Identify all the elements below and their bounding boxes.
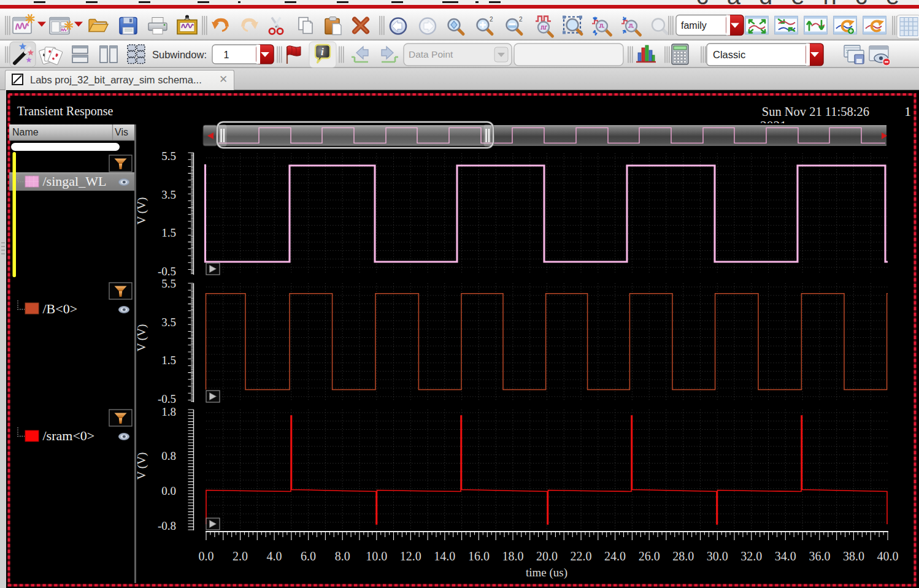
svg-text:36.0: 36.0: [809, 549, 830, 563]
svg-text:10.0: 10.0: [366, 549, 387, 563]
svg-text:i: i: [321, 46, 324, 58]
svg-text:V (V): V (V): [135, 197, 148, 225]
svg-text:-0.5: -0.5: [158, 392, 176, 405]
svg-text:22.0: 22.0: [571, 549, 592, 563]
svg-text:2: 2: [519, 15, 523, 22]
svg-text:Sun Nov 21 11:58:26: Sun Nov 21 11:58:26: [762, 105, 869, 118]
svg-text:Subwindow:: Subwindow:: [152, 49, 207, 60]
svg-text:3.5: 3.5: [161, 188, 176, 201]
svg-text:30.0: 30.0: [707, 549, 728, 563]
svg-text:18.0: 18.0: [502, 549, 524, 563]
svg-text:/B<0>: /B<0>: [43, 301, 78, 316]
svg-text:/singal_WL: /singal_WL: [43, 174, 107, 189]
svg-text:38.0: 38.0: [843, 549, 864, 563]
svg-text:Name: Name: [12, 127, 39, 137]
svg-text:8.0: 8.0: [335, 549, 350, 563]
svg-text:6.0: 6.0: [301, 549, 316, 563]
svg-text:34.0: 34.0: [775, 549, 796, 563]
svg-text:0.8: 0.8: [161, 449, 176, 462]
svg-text:1.8: 1.8: [161, 405, 176, 418]
svg-text:0.0: 0.0: [199, 549, 214, 563]
svg-text:5.5: 5.5: [161, 277, 176, 290]
svg-text:Transient Response: Transient Response: [17, 104, 113, 118]
svg-text:Vis: Vis: [115, 127, 128, 137]
svg-text:0.0: 0.0: [161, 484, 176, 497]
svg-text:V (V): V (V): [135, 324, 148, 352]
svg-text:1.5: 1.5: [161, 226, 176, 239]
svg-text:-0.8: -0.8: [158, 519, 176, 532]
svg-text:3.5: 3.5: [161, 316, 176, 329]
svg-text:Data Point: Data Point: [409, 48, 453, 59]
svg-text:-0.5: -0.5: [158, 265, 176, 278]
svg-text:12.0: 12.0: [400, 549, 421, 563]
svg-text:14.0: 14.0: [434, 549, 455, 563]
svg-text:/sram<0>: /sram<0>: [43, 428, 95, 443]
svg-text:1.5: 1.5: [161, 354, 176, 367]
svg-text:20.0: 20.0: [536, 549, 558, 563]
svg-text:Classic: Classic: [713, 49, 745, 60]
svg-text:28.0: 28.0: [672, 549, 694, 563]
svg-text:family: family: [681, 20, 707, 30]
svg-text:1: 1: [224, 50, 229, 60]
svg-text:16.0: 16.0: [468, 549, 490, 563]
svg-text:32.0: 32.0: [740, 549, 762, 563]
svg-text:40.0: 40.0: [877, 549, 899, 563]
svg-text:2.0: 2.0: [233, 549, 248, 563]
svg-text:2: 2: [490, 15, 493, 22]
svg-text:1: 1: [904, 104, 911, 119]
svg-text:5.5: 5.5: [161, 150, 176, 162]
svg-text:time (us): time (us): [526, 566, 567, 579]
svg-text:24.0: 24.0: [604, 549, 626, 563]
svg-text:4.0: 4.0: [267, 549, 282, 563]
svg-text:V (V): V (V): [135, 452, 148, 480]
svg-text:26.0: 26.0: [639, 549, 660, 563]
